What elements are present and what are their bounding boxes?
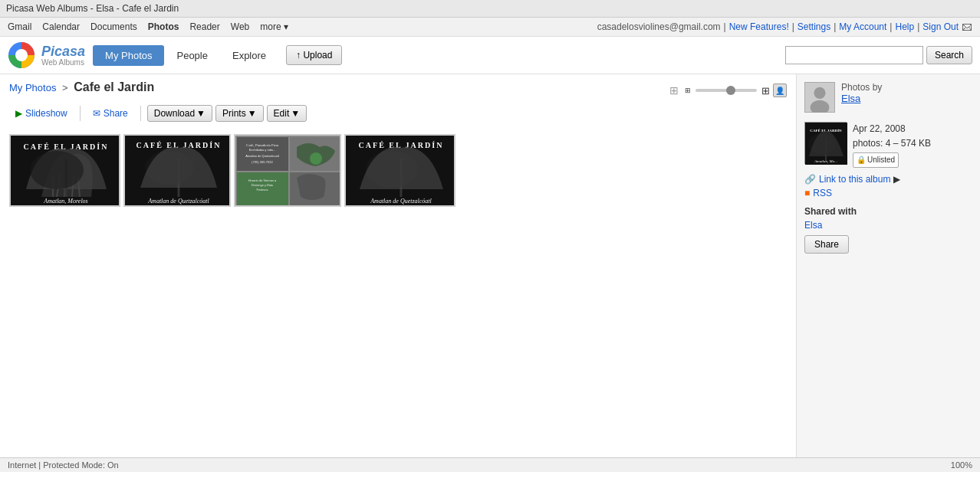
album-stats: photos: 4 – 574 KB: [853, 136, 931, 151]
picasa-header: Picasa Web Albums My Photos People Explo…: [0, 37, 980, 74]
album-link-row: 🔗 Link to this album ▶: [804, 174, 972, 185]
my-account-link[interactable]: My Account: [839, 21, 886, 32]
breadcrumb-sep: >: [62, 82, 68, 93]
play-icon: ▶: [15, 108, 22, 119]
arrow-icon: ▶: [893, 174, 900, 185]
sidebar-profile: Photos by Elsa: [804, 82, 972, 113]
author-info: Photos by Elsa: [841, 82, 882, 104]
share-button[interactable]: ✉ Share: [87, 106, 134, 121]
nav-tab-explore[interactable]: Explore: [220, 45, 278, 66]
nav-documents[interactable]: Documents: [90, 21, 137, 32]
share-button-sidebar[interactable]: Share: [804, 235, 849, 254]
album-thumbnail[interactable]: CAFÉ EL JARDÍN Amatlan, Mo...: [804, 122, 847, 164]
download-chevron: ▼: [196, 108, 206, 119]
svg-text:Amatlan, Morelos: Amatlan, Morelos: [43, 198, 87, 205]
photo-2-image: CAFÉ EL JARDÍN Amatlan de Quetzalcóatl: [125, 136, 231, 207]
photos-by-label: Photos by: [841, 82, 882, 93]
photo-thumb-1[interactable]: CAFÉ EL JARDÍN Amatlan, Morelos: [9, 134, 120, 207]
settings-link[interactable]: Settings: [797, 21, 830, 32]
help-link[interactable]: Help: [895, 21, 914, 32]
new-features-link[interactable]: New Features!: [729, 21, 789, 32]
lock-icon: 🔒: [857, 154, 866, 166]
edit-chevron: ▼: [291, 108, 300, 119]
picasa-logo-icon: [8, 41, 35, 69]
sign-out-link[interactable]: Sign Out: [922, 21, 959, 32]
slider-track[interactable]: [696, 89, 757, 92]
search-button[interactable]: Search: [926, 46, 972, 64]
svg-text:Horario de Viernes a: Horario de Viernes a: [248, 178, 277, 182]
unlisted-badge: 🔒 Unlisted: [853, 152, 899, 168]
album-date: Apr 22, 2008: [853, 122, 931, 136]
photo-1-image: CAFÉ EL JARDÍN Amatlan, Morelos: [11, 136, 120, 207]
download-label: Download: [154, 108, 195, 119]
picasa-logo: Picasa Web Albums: [8, 41, 85, 69]
main-wrapper: My Photos > Cafe el Jardin ⊞ ⊞ ⊞ 👤 ▶: [0, 74, 980, 457]
prints-label: Prints: [222, 108, 246, 119]
link-icon: 🔗: [804, 174, 816, 185]
google-top-bar: Gmail Calendar Documents Photos Reader W…: [0, 18, 980, 37]
nav-tab-people[interactable]: People: [164, 45, 219, 66]
picasa-nav: My Photos People Explore: [93, 45, 278, 66]
person-view-icon[interactable]: 👤: [773, 84, 787, 97]
picasa-brand-subtitle: Web Albums: [41, 58, 85, 67]
size-slider[interactable]: ⊞ ⊞: [685, 85, 770, 97]
download-button[interactable]: Download ▼: [147, 105, 212, 122]
nav-gmail[interactable]: Gmail: [8, 21, 31, 32]
grid-small-icon: ⊞: [685, 87, 691, 94]
nav-calendar[interactable]: Calendar: [42, 21, 80, 32]
author-avatar: [804, 82, 835, 113]
rss-icon: ■: [804, 188, 810, 198]
security-status: Internet | Protected Mode: On: [8, 460, 119, 470]
sidebar: Photos by Elsa CAFÉ EL JARDÍN Amatlan, M…: [796, 74, 980, 457]
user-email: casadelosviolines@gmail.com: [597, 21, 721, 32]
grid-large-icon: ⊞: [761, 85, 770, 97]
divider: [80, 106, 81, 121]
svg-text:(735) 200-7022: (735) 200-7022: [252, 160, 273, 164]
svg-text:Amatlan de Quetzalcóatl: Amatlan de Quetzalcóatl: [147, 198, 209, 205]
edit-label: Edit: [274, 108, 290, 119]
shared-user-link[interactable]: Elsa: [804, 220, 972, 231]
svg-point-1: [15, 49, 28, 61]
album-link[interactable]: Link to this album: [819, 174, 890, 185]
slideshow-button[interactable]: ▶ ▶ SlideshowSlideshow: [9, 106, 74, 121]
svg-text:Enchiladas y más...: Enchiladas y más...: [249, 148, 276, 152]
svg-text:Amatlan de Quetzalcoatl: Amatlan de Quetzalcoatl: [245, 154, 279, 158]
breadcrumb-current: Cafe el Jardin: [74, 80, 154, 93]
svg-point-28: [814, 87, 825, 99]
search-input[interactable]: [785, 46, 923, 64]
svg-point-19: [310, 152, 322, 165]
edit-button[interactable]: Edit ▼: [267, 105, 307, 122]
nav-web[interactable]: Web: [231, 21, 249, 32]
nav-reader[interactable]: Reader: [189, 21, 219, 32]
nav-photos[interactable]: Photos: [148, 21, 179, 32]
google-account-bar: casadelosviolines@gmail.com | New Featur…: [597, 21, 972, 33]
shared-with-label: Shared with: [804, 206, 972, 217]
divider2: [140, 106, 141, 121]
album-thumb-image: CAFÉ EL JARDÍN Amatlan, Mo...: [805, 123, 847, 165]
svg-text:Amatlan de Quetzalcóatl: Amatlan de Quetzalcóatl: [370, 198, 432, 205]
zoom-level: 100%: [951, 460, 972, 470]
svg-text:Festivos: Festivos: [257, 188, 268, 192]
photo-thumb-4[interactable]: CAFÉ EL JARDÍN Amatlan de Quetzalcóatl: [344, 134, 455, 207]
author-link[interactable]: Elsa: [841, 93, 860, 104]
expand-icon[interactable]: ⊞: [669, 84, 679, 97]
nav-tab-myphotos[interactable]: My Photos: [93, 45, 164, 66]
upload-button[interactable]: ↑ Upload: [286, 45, 342, 65]
photo-thumb-3[interactable]: Café, Panadería Fina Enchiladas y más...…: [234, 134, 341, 207]
search-area: Search: [785, 46, 972, 64]
prints-chevron: ▼: [248, 108, 257, 119]
content-area: My Photos > Cafe el Jardin ⊞ ⊞ ⊞ 👤 ▶: [0, 74, 796, 457]
nav-more[interactable]: more ▾: [260, 21, 288, 32]
rss-link[interactable]: RSS: [813, 188, 832, 198]
breadcrumb-parent[interactable]: My Photos: [9, 82, 56, 93]
photo-grid: CAFÉ EL JARDÍN Amatlan, Morelos CAFÉ EL …: [9, 134, 787, 207]
prints-button[interactable]: Prints ▼: [215, 105, 264, 122]
google-nav: Gmail Calendar Documents Photos Reader W…: [8, 21, 288, 32]
share-icon: ✉: [93, 108, 100, 119]
svg-point-4: [30, 151, 84, 189]
photo-3-image: Café, Panadería Fina Enchiladas y más...…: [235, 136, 341, 207]
slider-thumb[interactable]: [726, 86, 735, 95]
avatar-icon: [805, 82, 834, 113]
page-title: Picasa Web Albums - Elsa - Cafe el Jardi…: [6, 3, 179, 14]
photo-thumb-2[interactable]: CAFÉ EL JARDÍN Amatlan de Quetzalcóatl: [123, 134, 231, 207]
